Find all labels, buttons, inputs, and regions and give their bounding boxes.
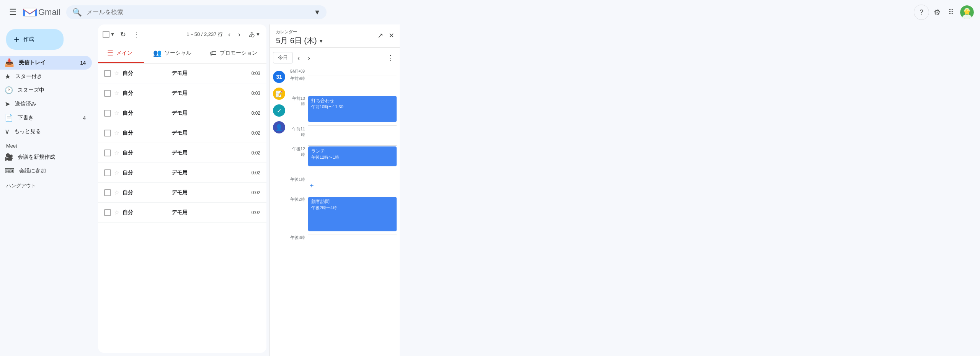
row-subject: デモ用 — [172, 150, 248, 156]
event-time: 午後2時〜4時 — [311, 205, 394, 211]
tab-main-icon: ☰ — [107, 49, 113, 57]
row-star[interactable]: ☆ — [114, 89, 119, 97]
hangouts-section-label: ハングアウト — [0, 178, 98, 191]
email-row[interactable]: ☆ 自分 デモ用 0:02 — [98, 103, 266, 123]
row-checkbox[interactable] — [104, 90, 111, 97]
row-checkbox[interactable] — [104, 110, 111, 117]
tab-social-label: ソーシャル — [165, 50, 191, 57]
row-sender: 自分 — [122, 189, 168, 196]
row-sender: 自分 — [122, 110, 168, 117]
email-row[interactable]: ☆ 自分 デモ用 0:02 — [98, 183, 266, 203]
select-all-button[interactable]: ▼ — [101, 29, 116, 40]
calendar-close-button[interactable]: ✕ — [386, 29, 397, 42]
row-sender: 自分 — [122, 130, 168, 137]
avatar[interactable]: 🌟 — [960, 5, 974, 19]
select-dropdown-icon[interactable]: ▼ — [110, 32, 115, 37]
event-time: 午前10時〜11:30 — [311, 104, 394, 110]
row-sender: 自分 — [122, 209, 168, 216]
settings-button[interactable]: ⚙ — [931, 5, 944, 20]
time-label-14: 午後2時 — [288, 196, 308, 202]
event-顧客訪問[interactable]: 顧客訪問 午後2時〜4時 — [308, 197, 397, 231]
sort-button[interactable]: あ ▼ — [246, 29, 263, 40]
help-button[interactable]: ? — [914, 5, 929, 20]
today-button[interactable]: 今日 — [273, 52, 293, 63]
tab-main[interactable]: ☰ メイン — [98, 44, 144, 63]
sidebar: + 作成 📥 受信トレイ 14 ★ スター付き 🕐 スヌーズ中 ➤ 送信済み 📄… — [0, 24, 98, 356]
time-slot-9[interactable] — [308, 75, 397, 95]
tab-social[interactable]: 👥 ソーシャル — [144, 44, 201, 63]
email-row[interactable]: ☆ 自分 デモ用 0:02 — [98, 123, 266, 143]
calendar-user-icon[interactable]: 👤 — [273, 121, 285, 133]
calendar-31-icon[interactable]: 31 — [273, 71, 285, 83]
row-checkbox[interactable] — [104, 130, 111, 137]
calendar-date-label[interactable]: 5月 6日 (木) ▼ — [276, 36, 324, 46]
email-row[interactable]: ☆ 自分 デモ用 0:03 — [98, 63, 266, 83]
cal-more-button[interactable]: ⋮ — [384, 51, 397, 65]
time-slot-10[interactable]: 打ち合わせ 午前10時〜11:30 — [308, 95, 397, 125]
row-time: 0:03 — [252, 71, 260, 76]
email-row[interactable]: ☆ 自分 デモ用 0:02 — [98, 163, 266, 183]
calendar-note-icon[interactable]: 📝 — [273, 88, 285, 100]
row-time: 0:02 — [252, 111, 260, 116]
tab-promotions[interactable]: 🏷 プロモーション — [201, 44, 266, 63]
time-slot-11[interactable] — [308, 125, 397, 145]
time-slot-15[interactable] — [308, 234, 397, 254]
cal-prev-button[interactable]: ‹ — [294, 51, 303, 65]
compose-button[interactable]: + 作成 — [6, 29, 64, 50]
row-subject: デモ用 — [172, 70, 248, 77]
sort-label: あ — [249, 31, 255, 39]
time-slot-13[interactable]: + — [308, 176, 397, 196]
calendar-open-button[interactable]: ↗ — [375, 29, 385, 42]
row-time: 0:02 — [252, 170, 260, 176]
time-row-9: 午前9時 — [288, 75, 397, 95]
sidebar-item-snoozed[interactable]: 🕐 スヌーズ中 — [0, 83, 92, 97]
row-checkbox[interactable] — [104, 70, 111, 77]
email-row[interactable]: ☆ 自分 デモ用 0:03 — [98, 83, 266, 103]
sidebar-item-starred[interactable]: ★ スター付き — [0, 70, 92, 83]
row-checkbox[interactable] — [104, 209, 111, 216]
calendar-dropdown-icon: ▼ — [318, 38, 324, 44]
sidebar-item-inbox[interactable]: 📥 受信トレイ 14 — [0, 56, 92, 70]
sidebar-item-more[interactable]: ∨ もっと見る — [0, 125, 92, 138]
row-subject: デモ用 — [172, 90, 248, 97]
event-ランチ[interactable]: ランチ 午後12時〜1時 — [308, 146, 397, 166]
row-star[interactable]: ☆ — [114, 169, 119, 176]
row-star[interactable]: ☆ — [114, 149, 119, 156]
apps-button[interactable]: ⠿ — [945, 5, 957, 20]
row-star[interactable]: ☆ — [114, 209, 119, 216]
time-slot-12[interactable]: ランチ 午後12時〜1時 — [308, 145, 397, 176]
sidebar-item-new-meeting[interactable]: 🎥 会議を新規作成 — [0, 150, 92, 164]
refresh-button[interactable]: ↻ — [117, 27, 129, 42]
search-dropdown-icon[interactable]: ▼ — [314, 8, 321, 16]
tab-social-icon: 👥 — [153, 49, 162, 57]
time-slot-14[interactable]: 顧客訪問 午後2時〜4時 — [308, 196, 397, 234]
row-star[interactable]: ☆ — [114, 189, 119, 196]
row-star[interactable]: ☆ — [114, 129, 119, 137]
gmail-logo-text: Gmail — [38, 7, 60, 17]
email-row[interactable]: ☆ 自分 デモ用 0:02 — [98, 143, 266, 163]
pagination-info: 1－50 / 2,237 行 — [186, 31, 223, 38]
hamburger-button[interactable]: ☰ — [6, 4, 20, 20]
row-checkbox[interactable] — [104, 189, 111, 196]
search-input[interactable] — [87, 9, 309, 16]
row-sender: 自分 — [122, 70, 168, 77]
add-event-button[interactable]: + — [308, 181, 315, 191]
select-all-checkbox[interactable] — [103, 31, 109, 38]
prev-page-button[interactable]: ‹ — [226, 28, 233, 41]
cal-next-button[interactable]: › — [305, 51, 314, 65]
snoozed-icon: 🕐 — [5, 86, 13, 94]
calendar-check-icon[interactable]: ✓ — [273, 104, 285, 117]
email-row[interactable]: ☆ 自分 デモ用 0:02 — [98, 203, 266, 223]
sidebar-item-drafts[interactable]: 📄 下書き 4 — [0, 111, 92, 125]
row-star[interactable]: ☆ — [114, 70, 119, 77]
row-checkbox[interactable] — [104, 169, 111, 176]
row-star[interactable]: ☆ — [114, 109, 119, 117]
sidebar-item-sent[interactable]: ➤ 送信済み — [0, 97, 92, 111]
event-打ち合わせ[interactable]: 打ち合わせ 午前10時〜11:30 — [308, 96, 397, 122]
next-page-button[interactable]: › — [236, 28, 243, 41]
sidebar-item-join-meeting[interactable]: ⌨ 会議に参加 — [0, 164, 92, 178]
compose-plus-icon: + — [14, 34, 20, 44]
row-subject: デモ用 — [172, 110, 248, 117]
row-checkbox[interactable] — [104, 150, 111, 156]
more-options-button[interactable]: ⋮ — [130, 27, 143, 42]
